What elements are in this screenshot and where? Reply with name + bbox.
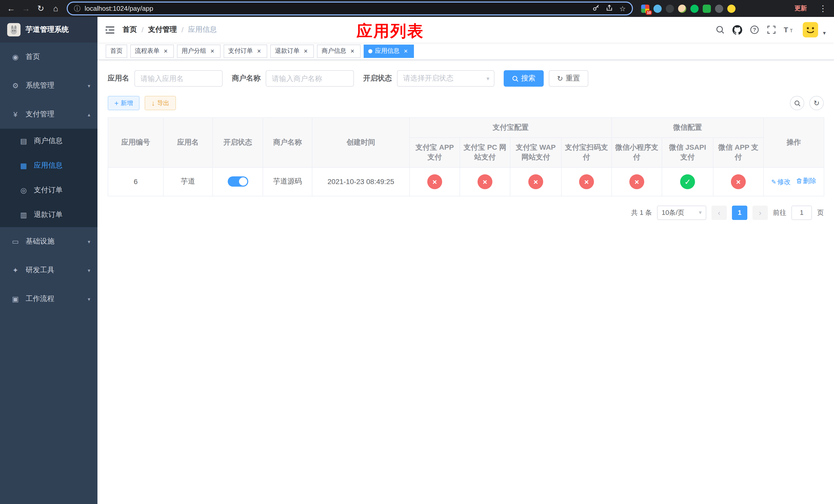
extension-icon[interactable] <box>690 4 699 13</box>
font-size-icon[interactable]: TT <box>784 26 795 34</box>
cell-status <box>213 167 263 196</box>
breadcrumb-item-current: 应用信息 <box>188 25 217 35</box>
status-toggle-on[interactable] <box>227 177 248 187</box>
fullscreen-icon[interactable] <box>767 25 776 35</box>
svg-text:T: T <box>784 26 788 34</box>
chevron-down-icon: ▾ <box>88 83 90 88</box>
breadcrumb-item-home[interactable]: 首页 <box>123 25 137 35</box>
page-number-button[interactable]: 1 <box>732 206 747 220</box>
address-bar[interactable]: ⓘ localhost:1024/pay/app ☆ <box>67 2 633 15</box>
chevron-down-icon: ▾ <box>699 209 702 216</box>
browser-update-button[interactable]: 更新 <box>789 2 812 15</box>
extension-icon[interactable] <box>678 4 686 13</box>
extension-icon[interactable] <box>715 4 723 13</box>
help-icon[interactable]: ? <box>750 25 760 35</box>
close-icon[interactable]: × <box>162 47 169 54</box>
extension-icon[interactable] <box>666 4 674 13</box>
extensions-grid-icon[interactable]: 10 <box>641 4 649 13</box>
svg-text:T: T <box>790 28 793 33</box>
extension-icon[interactable] <box>727 4 736 13</box>
status-select[interactable]: 请选择开启状态 ▾ <box>397 70 495 87</box>
sidebar-item-dev-tools[interactable]: ✦研发工具▾ <box>0 256 97 284</box>
sidebar-item-home[interactable]: ◉首页 <box>0 43 97 71</box>
prev-page-button[interactable]: ‹ <box>711 206 727 220</box>
search-button[interactable]: 搜索 <box>504 70 544 87</box>
page-title-annotation: 应用列表 <box>356 21 424 42</box>
close-icon[interactable]: × <box>349 47 356 54</box>
edit-icon: ✎ <box>771 179 776 186</box>
next-page-button[interactable]: › <box>752 206 768 220</box>
sidebar-item-merchant-info[interactable]: ▤商户信息 <box>0 129 97 153</box>
sidebar-item-system[interactable]: ⚙系统管理▾ <box>0 71 97 100</box>
tags-view-tab[interactable]: 退款订单× <box>270 44 314 58</box>
omnibox-actions: ☆ <box>593 4 626 13</box>
url-text: localhost:1024/pay/app <box>85 5 589 12</box>
refresh-table-button[interactable]: ↻ <box>809 96 824 110</box>
user-menu-caret-icon[interactable]: ▾ <box>823 30 826 38</box>
close-icon[interactable]: × <box>402 47 409 54</box>
merchant-name-input[interactable] <box>266 70 354 87</box>
reset-button[interactable]: ↻ 重置 <box>549 70 588 87</box>
column-header: 开启状态 <box>213 118 263 167</box>
toggle-search-button[interactable] <box>790 96 804 110</box>
export-button[interactable]: ↓ 导出 <box>145 96 176 110</box>
tags-view-tab[interactable]: 流程表单× <box>130 44 174 58</box>
browser-back-icon[interactable]: ← <box>4 2 18 15</box>
browser-reload-icon[interactable]: ↻ <box>34 2 48 15</box>
total-count: 共 1 条 <box>631 208 652 217</box>
sidebar-item-label: 支付管理 <box>26 110 54 119</box>
doc-icon: ▥ <box>20 211 28 219</box>
password-key-icon[interactable] <box>593 4 600 13</box>
table-toolbar: + 新增 ↓ 导出 ↻ <box>97 87 834 110</box>
tags-view-tab[interactable]: 应用信息× <box>364 44 414 58</box>
extensions-area: 10 更新 ⋮ <box>641 2 830 15</box>
column-group-header: 支付宝配置 <box>410 118 612 137</box>
app-logo: 芋道管理系统 <box>0 17 97 43</box>
goto-page-input[interactable] <box>791 206 812 220</box>
app-name-input[interactable] <box>134 70 223 87</box>
github-icon[interactable] <box>733 25 743 35</box>
browser-menu-icon[interactable]: ⋮ <box>816 2 830 15</box>
breadcrumb-item-payment[interactable]: 支付管理 <box>148 25 177 35</box>
extension-icon[interactable] <box>654 4 662 13</box>
workflow-icon: ▣ <box>11 295 20 303</box>
browser-forward-icon[interactable]: → <box>19 2 33 15</box>
sidebar-item-workflow[interactable]: ▣工作流程▾ <box>0 284 97 313</box>
cross-circle-icon: × <box>579 174 594 189</box>
sidebar-item-refund-order[interactable]: ▥退款订单 <box>0 203 97 227</box>
extension-icon[interactable] <box>703 4 711 13</box>
tools-icon: ✦ <box>11 266 20 274</box>
close-icon[interactable]: × <box>302 47 309 54</box>
page-size-select[interactable]: 10条/页 ▾ <box>657 206 706 220</box>
delete-link[interactable]: 删除 <box>796 177 816 186</box>
cross-circle-icon: × <box>427 174 442 189</box>
tags-view-tab[interactable]: 首页 <box>106 44 127 58</box>
share-icon[interactable] <box>606 4 613 13</box>
sidebar-item-app-info[interactable]: ▦应用信息 <box>0 153 97 178</box>
bookmark-star-icon[interactable]: ☆ <box>619 4 626 13</box>
delete-icon <box>796 178 802 184</box>
tab-label: 用户分组 <box>181 47 206 55</box>
close-icon[interactable]: × <box>209 47 216 54</box>
grid-icon: ▦ <box>20 161 28 170</box>
tags-view-tab[interactable]: 商户信息× <box>317 44 360 58</box>
tags-view-tab[interactable]: 用户分组× <box>177 44 221 58</box>
sidebar-item-payment[interactable]: ¥支付管理▴ <box>0 100 97 129</box>
hamburger-menu-icon[interactable] <box>106 26 114 33</box>
cell-config-status: × <box>562 167 612 196</box>
close-icon[interactable]: × <box>256 47 263 54</box>
sidebar-item-pay-order[interactable]: ◎支付订单 <box>0 178 97 203</box>
site-info-icon[interactable]: ⓘ <box>74 4 81 13</box>
user-avatar[interactable] <box>803 22 818 38</box>
page-size-value: 10条/页 <box>662 208 684 217</box>
tags-view-tab[interactable]: 支付订单× <box>224 44 267 58</box>
sidebar-item-label: 支付订单 <box>34 186 63 195</box>
browser-home-icon[interactable]: ⌂ <box>49 2 63 15</box>
sidebar-item-label: 研发工具 <box>26 266 54 275</box>
tags-view: 首页流程表单×用户分组×支付订单×退款订单×商户信息×应用信息× <box>97 43 834 60</box>
sidebar-item-label: 基础设施 <box>26 237 54 246</box>
add-button[interactable]: + 新增 <box>108 96 139 110</box>
search-icon[interactable] <box>716 25 725 35</box>
sidebar-item-infrastructure[interactable]: ▭基础设施▾ <box>0 227 97 256</box>
edit-link[interactable]: ✎修改 <box>771 178 791 187</box>
